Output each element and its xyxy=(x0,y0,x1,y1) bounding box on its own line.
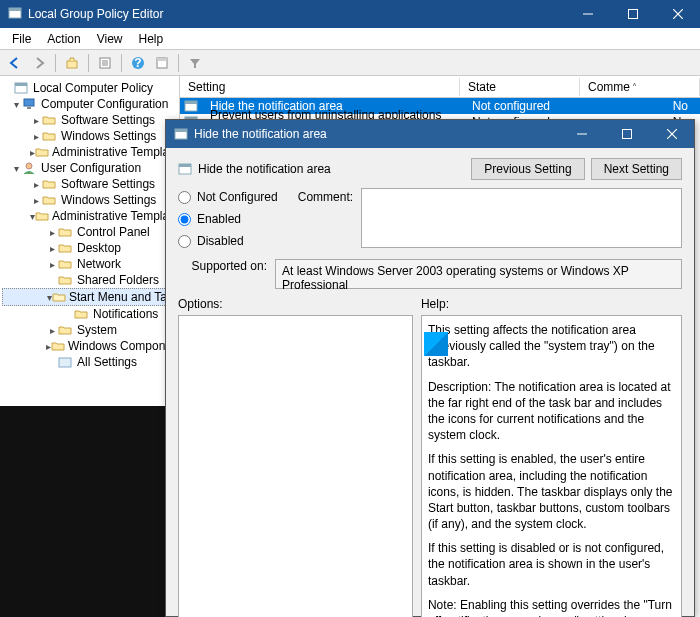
svg-rect-28 xyxy=(622,130,631,139)
app-icon xyxy=(8,7,22,21)
main-titlebar: Local Group Policy Editor xyxy=(0,0,700,28)
tree-uc[interactable]: ▾User Configuration xyxy=(2,160,177,176)
tree-system[interactable]: ▸System xyxy=(2,322,177,338)
folder-icon xyxy=(74,308,90,320)
previous-setting-button[interactable]: Previous Setting xyxy=(471,158,584,180)
help-panel: This setting affects the notification ar… xyxy=(421,315,682,617)
up-button[interactable] xyxy=(61,52,83,74)
tree-control-panel[interactable]: ▸Control Panel xyxy=(2,224,177,240)
folder-icon xyxy=(58,274,74,286)
cursor-overlay-icon xyxy=(424,332,448,356)
filter-button[interactable] xyxy=(184,52,206,74)
policy-icon xyxy=(14,81,30,95)
window-title: Local Group Policy Editor xyxy=(28,7,565,21)
policy-icon xyxy=(178,162,192,176)
svg-rect-22 xyxy=(185,101,197,104)
tree-cc-win[interactable]: ▸Windows Settings xyxy=(2,128,177,144)
properties-button[interactable] xyxy=(151,52,173,74)
svg-rect-18 xyxy=(27,107,31,109)
back-button[interactable] xyxy=(4,52,26,74)
setting-icon xyxy=(184,99,200,113)
svg-rect-17 xyxy=(24,99,34,106)
tree-desktop[interactable]: ▸Desktop xyxy=(2,240,177,256)
options-panel xyxy=(178,315,413,617)
menubar: File Action View Help xyxy=(0,28,700,50)
help-label: Help: xyxy=(421,297,682,311)
dialog-title: Hide the notification area xyxy=(194,127,559,141)
tree-cc-adm[interactable]: ▸Administrative Templates xyxy=(2,144,177,160)
list-header: Setting State Comme˄ xyxy=(180,76,700,98)
supported-label: Supported on: xyxy=(178,259,267,273)
folder-icon xyxy=(35,210,49,222)
tree-cc[interactable]: ▾Computer Configuration xyxy=(2,96,177,112)
close-button[interactable] xyxy=(655,0,700,28)
tree-all-settings[interactable]: All Settings xyxy=(2,354,177,370)
folder-icon xyxy=(42,178,58,190)
svg-rect-16 xyxy=(15,83,27,86)
policy-icon xyxy=(174,127,188,141)
svg-rect-20 xyxy=(59,358,71,367)
comment-field[interactable] xyxy=(361,188,682,248)
background-strip xyxy=(0,406,165,617)
dialog-maximize-button[interactable] xyxy=(604,120,649,148)
tree-start-menu[interactable]: ▾Start Menu and Taskbar xyxy=(2,288,177,306)
help-button[interactable]: ? xyxy=(127,52,149,74)
options-label: Options: xyxy=(178,297,413,311)
col-comment[interactable]: Comme˄ xyxy=(580,78,700,96)
tree-shared-folders[interactable]: Shared Folders xyxy=(2,272,177,288)
folder-icon xyxy=(58,242,74,254)
user-icon xyxy=(22,161,38,175)
forward-button[interactable] xyxy=(28,52,50,74)
maximize-button[interactable] xyxy=(610,0,655,28)
dialog-minimize-button[interactable] xyxy=(559,120,604,148)
menu-action[interactable]: Action xyxy=(39,30,88,48)
svg-point-19 xyxy=(26,163,32,169)
policy-name: Hide the notification area xyxy=(198,162,331,176)
col-state[interactable]: State xyxy=(460,78,580,96)
menu-file[interactable]: File xyxy=(4,30,39,48)
tree-windows-components[interactable]: ▸Windows Components xyxy=(2,338,177,354)
folder-icon xyxy=(42,130,58,142)
minimize-button[interactable] xyxy=(565,0,610,28)
tree-uc-win[interactable]: ▸Windows Settings xyxy=(2,192,177,208)
col-setting[interactable]: Setting xyxy=(180,78,460,96)
menu-help[interactable]: Help xyxy=(131,30,172,48)
policy-dialog: Hide the notification area Hide the noti… xyxy=(165,119,695,617)
radio-not-configured[interactable]: Not Configured xyxy=(178,190,278,204)
tree-notifications[interactable]: Notifications xyxy=(2,306,177,322)
radio-disabled[interactable]: Disabled xyxy=(178,234,278,248)
tree-network[interactable]: ▸Network xyxy=(2,256,177,272)
svg-rect-1 xyxy=(9,8,21,11)
svg-rect-32 xyxy=(179,164,191,167)
list-button[interactable] xyxy=(94,52,116,74)
tree-cc-sw[interactable]: ▸Software Settings xyxy=(2,112,177,128)
computer-icon xyxy=(22,97,38,111)
tree-root[interactable]: Local Computer Policy xyxy=(2,80,177,96)
tree-uc-adm[interactable]: ▾Administrative Templates xyxy=(2,208,177,224)
folder-icon xyxy=(35,146,49,158)
comment-label: Comment: xyxy=(298,188,353,251)
svg-rect-3 xyxy=(628,10,637,19)
radio-enabled[interactable]: Enabled xyxy=(178,212,278,226)
folder-icon xyxy=(42,114,58,126)
tree-uc-sw[interactable]: ▸Software Settings xyxy=(2,176,177,192)
dialog-close-button[interactable] xyxy=(649,120,694,148)
folder-icon xyxy=(58,324,74,336)
chevron-up-icon: ˄ xyxy=(632,82,637,93)
dialog-titlebar: Hide the notification area xyxy=(166,120,694,148)
svg-text:?: ? xyxy=(134,56,141,70)
next-setting-button[interactable]: Next Setting xyxy=(591,158,682,180)
folder-icon xyxy=(51,340,65,352)
menu-view[interactable]: View xyxy=(89,30,131,48)
toolbar: ? xyxy=(0,50,700,76)
folder-icon xyxy=(42,194,58,206)
svg-rect-26 xyxy=(175,129,187,132)
svg-rect-6 xyxy=(67,61,77,68)
folder-open-icon xyxy=(52,291,66,303)
supported-value: At least Windows Server 2003 operating s… xyxy=(275,259,682,289)
svg-rect-14 xyxy=(157,58,167,61)
folder-icon xyxy=(58,226,74,238)
folder-icon xyxy=(58,258,74,270)
settings-icon xyxy=(58,356,74,368)
